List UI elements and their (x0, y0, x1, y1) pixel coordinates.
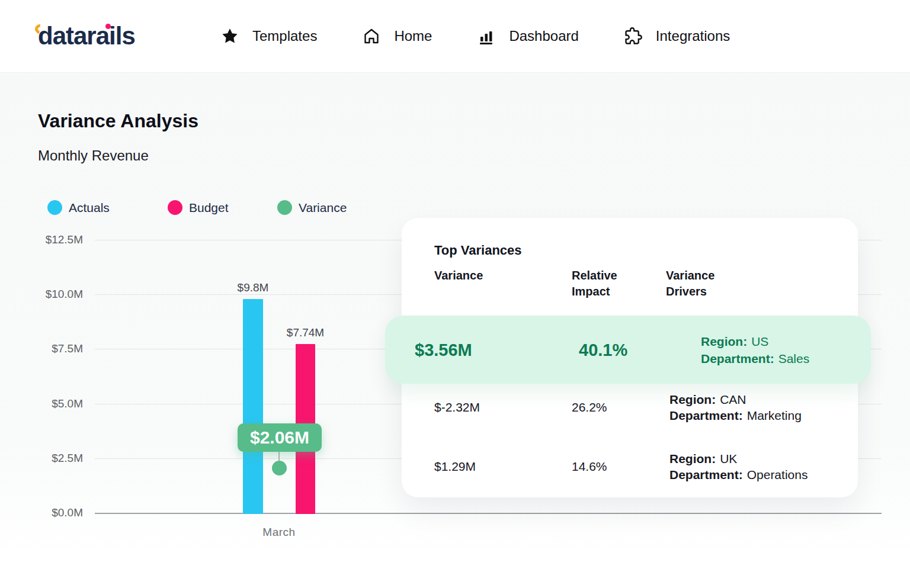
card-title: Top Variances (434, 243, 522, 258)
variance-drivers: Region:US Department:Sales (701, 333, 809, 367)
nav-label: Integrations (656, 28, 730, 44)
x-axis-baseline (95, 513, 882, 514)
variance-analysis-screen: datarails Templates Home Dashb (0, 0, 910, 588)
bar-value-label: $9.8M (238, 281, 269, 294)
department-label: Department: (669, 468, 743, 481)
region-value: UK (720, 452, 737, 465)
department-value: Operations (747, 468, 808, 481)
page-title: Variance Analysis (38, 110, 198, 132)
page-subtitle: Monthly Revenue (38, 147, 149, 164)
table-row-uk-operations[interactable]: $1.29M 14.6% Region:UK Department:Operat… (402, 449, 858, 484)
legend-label: Budget (189, 201, 229, 215)
y-axis-tick: $10.0M (24, 288, 83, 301)
region-value: US (751, 335, 768, 348)
budget-swatch (168, 200, 182, 215)
impact-value: 26.2% (572, 400, 607, 415)
y-axis-tick: $5.0M (24, 397, 83, 410)
column-header-relative-impact: Relative Impact (572, 268, 637, 300)
legend-label: Variance (299, 201, 347, 215)
actuals-swatch (47, 200, 62, 215)
puzzle-icon (624, 27, 643, 46)
y-axis-tick: $0.0M (24, 506, 83, 519)
column-header-variance: Variance (434, 268, 483, 284)
region-value: CAN (720, 393, 746, 406)
legend-label: Actuals (69, 201, 110, 215)
legend-item-variance[interactable]: Variance (277, 200, 347, 215)
main-nav: Templates Home Dashboard Integrations (220, 0, 730, 72)
variance-value: $-2.32M (434, 400, 480, 415)
impact-value: 14.6% (572, 460, 607, 474)
home-icon (362, 27, 381, 46)
nav-item-integrations[interactable]: Integrations (624, 27, 730, 46)
nav-item-home[interactable]: Home (362, 27, 432, 46)
star-icon (220, 27, 239, 46)
bar-actuals[interactable]: $9.8M (243, 299, 263, 514)
variance-tooltip: $2.06M (238, 423, 322, 452)
variance-value: $1.29M (434, 460, 476, 474)
department-value: Sales (778, 352, 810, 365)
bar-value-label: $7.74M (287, 326, 324, 339)
variance-drivers: Region:CAN Department:Marketing (669, 391, 802, 423)
table-row-can-marketing[interactable]: $-2.32M 26.2% Region:CAN Department:Mark… (402, 390, 858, 425)
top-nav-bar: datarails Templates Home Dashb (0, 0, 910, 72)
table-row-us-sales-highlighted[interactable]: $3.56M 40.1% Region:US Department:Sales (385, 316, 871, 384)
y-axis-tick: $7.5M (24, 342, 83, 355)
variance-value: $3.56M (415, 340, 472, 359)
impact-value: 40.1% (579, 340, 627, 359)
brand-logo[interactable]: datarails (38, 20, 135, 52)
y-axis-tick: $2.5M (24, 452, 83, 465)
department-label: Department: (669, 409, 743, 422)
region-label: Region: (669, 452, 716, 465)
region-label: Region: (669, 393, 716, 406)
variance-drivers: Region:UK Department:Operations (669, 451, 808, 483)
column-header-variance-drivers: Variance Drivers (666, 268, 737, 300)
legend-item-budget[interactable]: Budget (168, 200, 229, 215)
nav-label: Home (394, 28, 432, 44)
legend-item-actuals[interactable]: Actuals (47, 200, 110, 215)
variance-swatch (277, 200, 292, 215)
variance-point[interactable] (272, 461, 287, 475)
chart-legend: Actuals Budget Variance (0, 200, 415, 217)
region-label: Region: (701, 335, 747, 348)
y-axis-tick: $12.5M (24, 233, 83, 246)
logo-pink-dot (105, 24, 111, 29)
department-value: Marketing (747, 409, 802, 422)
dashboard-icon (477, 27, 496, 46)
x-axis-label-march: March (238, 526, 321, 539)
brand-logo-text: datarails (38, 20, 135, 52)
nav-item-dashboard[interactable]: Dashboard (477, 27, 578, 46)
nav-label: Templates (252, 28, 317, 44)
nav-item-templates[interactable]: Templates (220, 27, 317, 46)
department-label: Department: (701, 352, 774, 365)
nav-label: Dashboard (509, 28, 578, 44)
